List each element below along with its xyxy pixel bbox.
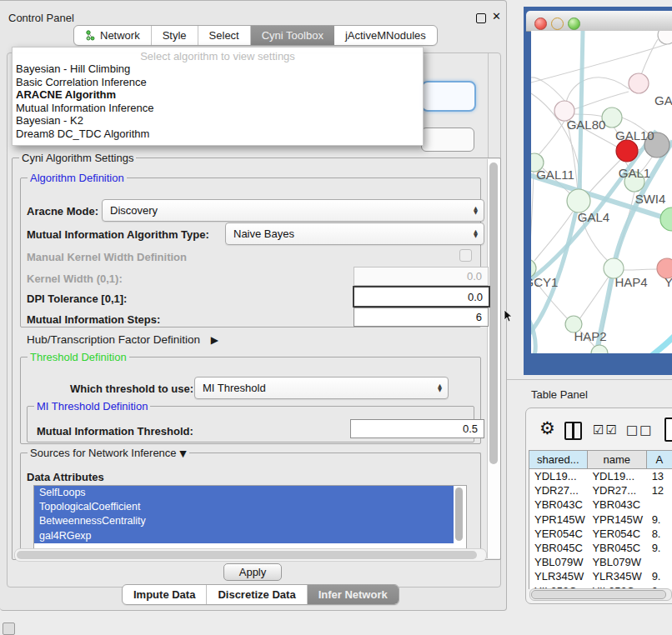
- table-cell: YDL19...: [587, 469, 646, 483]
- minimize-traffic-light[interactable]: [551, 18, 564, 30]
- collapse-arrow-icon[interactable]: ▼: [179, 448, 186, 459]
- node-label: SWI4: [635, 192, 666, 206]
- tab-label: Select: [209, 29, 239, 42]
- table-cell: YPR145W: [529, 512, 587, 527]
- dropdown-item[interactable]: Bayesian - K2: [13, 114, 423, 128]
- dropdown-item[interactable]: Mutual Information Inference: [13, 102, 423, 115]
- tab-infer-network[interactable]: Infer Network: [308, 585, 399, 604]
- attribute-item[interactable]: TopologicalCoefficient: [34, 500, 454, 514]
- network-window-titlebar[interactable]: [526, 11, 672, 32]
- node-label: GAL11: [536, 168, 574, 182]
- dropdown-item[interactable]: Dream8 DC_TDC Algorithm: [13, 128, 423, 141]
- table-cell: YER054C: [529, 527, 587, 541]
- tab-select[interactable]: Select: [198, 26, 251, 45]
- close-icon[interactable]: ✕: [492, 10, 501, 22]
- node-label: GAL: [654, 93, 672, 108]
- tab-jactivemnodules[interactable]: jActiveMNodules: [334, 26, 437, 45]
- which-threshold-value: MI Threshold: [203, 382, 266, 394]
- mi-type-label: Mutual Information Algorithm Type:: [27, 228, 209, 241]
- control-panel-tabbar: NetworkStyleSelectCyni ToolboxjActiveMNo…: [73, 25, 438, 46]
- scrollbar-thumb[interactable]: [17, 551, 477, 559]
- tab-label: jActiveMNodules: [345, 29, 426, 42]
- node-label: HAP4: [614, 275, 647, 289]
- table-row[interactable]: YLR345WYLR345W9.: [529, 569, 672, 583]
- float-window-icon[interactable]: [476, 13, 486, 23]
- attribute-item[interactable]: SelfLoops: [34, 486, 454, 500]
- network-node-gal1[interactable]: [616, 140, 638, 162]
- checked-columns-icon[interactable]: ☑☑: [593, 422, 619, 438]
- table-cell: YLR345W: [587, 569, 646, 583]
- hub-section-toggle[interactable]: Hub/Transcription Factor Definition ▶: [27, 333, 218, 346]
- attributes-scrollbar-thumb[interactable]: [455, 488, 463, 541]
- scrollbar-thumb[interactable]: [489, 162, 498, 464]
- zoom-traffic-light[interactable]: [568, 18, 580, 30]
- table-row[interactable]: YBR045CYBR045C9.: [529, 541, 672, 555]
- tab-style[interactable]: Style: [152, 26, 198, 45]
- table-cell: YBL079W: [587, 555, 646, 569]
- control-panel-window: Control Panel ✕ NetworkStyleSelectCyni T…: [0, 0, 507, 611]
- settings-vertical-scrollbar[interactable]: [487, 159, 500, 558]
- close-traffic-light[interactable]: [534, 18, 547, 30]
- network-node-gal4[interactable]: [567, 189, 590, 212]
- tab-impute-data[interactable]: Impute Data: [123, 585, 207, 604]
- network-node-gal[interactable]: [629, 73, 649, 93]
- hidden-field-fragment: [421, 128, 474, 152]
- table-cell: YER054C: [587, 527, 646, 541]
- dropdown-item[interactable]: Basic Correlation Inference: [13, 76, 423, 89]
- table-horizontal-scrollbar[interactable]: [529, 588, 672, 601]
- tab-network[interactable]: Network: [74, 26, 152, 45]
- table-cell: YDR27...: [587, 483, 646, 498]
- column-header-2[interactable]: name: [588, 451, 647, 469]
- dock-panel-icon[interactable]: [3, 622, 15, 635]
- network-node[interactable]: [658, 31, 672, 44]
- table-cell: YDL19...: [529, 469, 587, 483]
- split-pane-icon[interactable]: [564, 422, 582, 440]
- mi-steps-field[interactable]: 6: [354, 308, 489, 327]
- tab-discretize-data[interactable]: Discretize Data: [207, 585, 307, 604]
- attribute-item[interactable]: BetweennessCentrality: [34, 514, 454, 528]
- mi-threshold-field[interactable]: 0.5: [350, 419, 484, 438]
- document-icon[interactable]: [664, 418, 672, 442]
- table-row[interactable]: YER054CYER054C8.: [529, 527, 672, 541]
- node-label: GAL80: [567, 118, 606, 132]
- table-row[interactable]: YDL19...YDL19...13: [529, 469, 672, 483]
- network-canvas[interactable]: GALGAL80GAL10GAL1GAL11SWI4GAL4GCY1HAP4YH…: [531, 31, 672, 353]
- table-cell: 9.: [647, 569, 672, 583]
- scrollbar-thumb[interactable]: [531, 590, 666, 599]
- mi-type-combobox[interactable]: Naive Bayes ▲▼: [225, 222, 484, 245]
- table-cell: YPR145W: [587, 512, 646, 527]
- tab-cyni-toolbox[interactable]: Cyni Toolbox: [251, 26, 334, 45]
- mi-type-value: Naive Bayes: [233, 228, 294, 240]
- expand-arrow-icon[interactable]: ▶: [211, 334, 218, 346]
- dropdown-item[interactable]: Bayesian - Hill Climbing: [13, 62, 423, 76]
- kernel-width-field[interactable]: 0.0: [354, 267, 489, 286]
- attribute-item[interactable]: gal4RGexp: [34, 529, 454, 543]
- aracne-mode-label: Aracne Mode:: [27, 205, 98, 218]
- node-label: GCY1: [531, 275, 558, 289]
- gear-icon[interactable]: ⚙: [539, 418, 555, 438]
- dropdown-item[interactable]: ARACNE Algorithm: [13, 88, 423, 102]
- table-cell: 12: [647, 483, 672, 498]
- which-threshold-combobox[interactable]: MI Threshold ▲▼: [194, 377, 449, 399]
- node-label: GAL1: [619, 166, 650, 180]
- settings-horizontal-scrollbar[interactable]: [14, 548, 487, 562]
- mouse-cursor: [504, 309, 514, 322]
- algorithm-combobox-fragment[interactable]: [421, 81, 476, 112]
- dpi-tolerance-field[interactable]: 0.0: [353, 286, 490, 308]
- manual-kernel-checkbox[interactable]: [459, 249, 472, 262]
- mi-steps-label: Mutual Information Steps:: [27, 313, 160, 326]
- table-cell: YBR045C: [529, 541, 587, 555]
- aracne-mode-combobox[interactable]: Discovery ▲▼: [102, 199, 484, 222]
- table-row[interactable]: YPR145WYPR145W9.: [529, 512, 672, 527]
- table-row[interactable]: YBR043CYBR043C: [529, 498, 672, 512]
- column-header-3[interactable]: A: [647, 451, 672, 469]
- network-node[interactable]: [660, 208, 672, 231]
- table-cell: YBR043C: [587, 498, 646, 512]
- table-row[interactable]: YDR27...YDR27...12: [529, 483, 672, 498]
- threshold-definition-title: Threshold Definition: [28, 351, 129, 363]
- column-header-1[interactable]: shared...: [529, 451, 588, 469]
- mi-threshold-label: Mutual Information Threshold:: [37, 425, 193, 438]
- table-row[interactable]: YBL079WYBL079W: [529, 555, 672, 569]
- apply-button[interactable]: Apply: [223, 563, 282, 581]
- unchecked-columns-icon[interactable]: □□: [626, 422, 653, 438]
